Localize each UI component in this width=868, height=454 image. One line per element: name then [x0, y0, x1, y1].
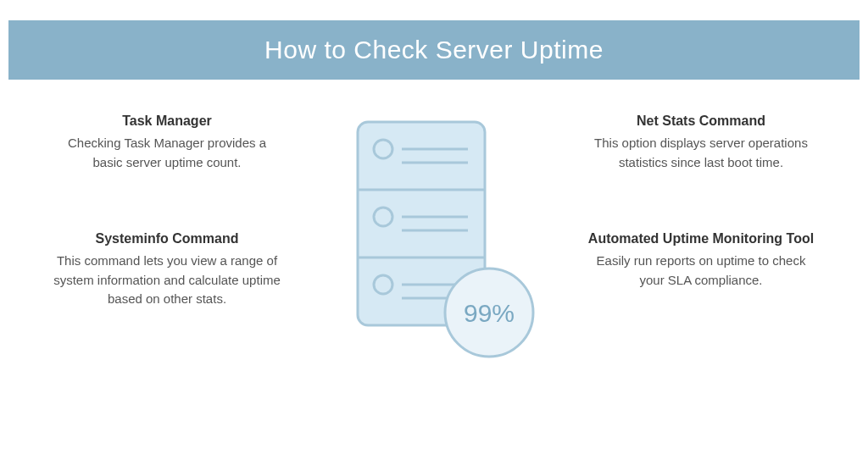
right-column: Net Stats Command This option displays s… — [578, 114, 824, 290]
page-title-banner: How to Check Server Uptime — [8, 20, 860, 80]
left-column: Task Manager Checking Task Manager provi… — [44, 114, 290, 309]
body-systeminfo: This command lets you view a range of sy… — [53, 252, 281, 309]
block-net-stats: Net Stats Command This option displays s… — [578, 114, 824, 172]
server-icon: 99% — [315, 114, 553, 368]
block-automated-tool: Automated Uptime Monitoring Tool Easily … — [578, 231, 824, 290]
heading-task-manager: Task Manager — [53, 114, 281, 129]
page-title: How to Check Server Uptime — [264, 36, 604, 64]
block-task-manager: Task Manager Checking Task Manager provi… — [44, 114, 290, 172]
block-systeminfo: Systeminfo Command This command lets you… — [44, 231, 290, 309]
content-row: Task Manager Checking Task Manager provi… — [0, 80, 868, 368]
server-graphic: 99% — [298, 114, 570, 368]
uptime-badge-text: 99% — [464, 299, 515, 327]
heading-systeminfo: Systeminfo Command — [53, 231, 281, 246]
body-automated-tool: Easily run reports on uptime to check yo… — [587, 252, 815, 290]
body-task-manager: Checking Task Manager provides a basic s… — [53, 134, 281, 172]
heading-automated-tool: Automated Uptime Monitoring Tool — [587, 231, 815, 246]
heading-net-stats: Net Stats Command — [587, 114, 815, 129]
body-net-stats: This option displays server operations s… — [587, 134, 815, 172]
